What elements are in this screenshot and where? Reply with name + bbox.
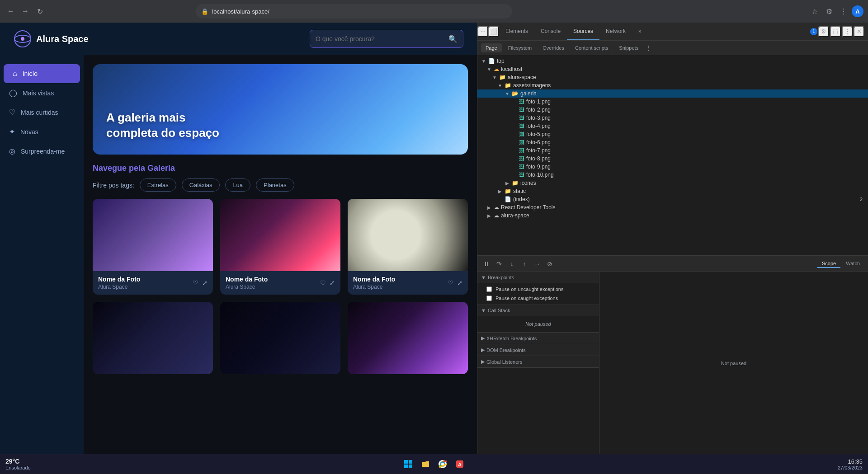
- step-over-button[interactable]: ↷: [494, 258, 505, 269]
- tree-foto-3[interactable]: ▶ 🖼 foto-3.png: [477, 114, 868, 122]
- subtab-overrides[interactable]: Overrides: [538, 43, 569, 52]
- call-stack-header[interactable]: ▼ Call Stack: [477, 305, 599, 316]
- photo-card-6[interactable]: [348, 302, 468, 374]
- photo-info-1: Nome da Foto Alura Space ♡ ⤢: [93, 271, 213, 295]
- pause-uncaught-option[interactable]: Pause on uncaught exceptions: [477, 285, 599, 294]
- photo-card-3[interactable]: Nome da Foto Alura Space ♡ ⤢: [348, 199, 468, 295]
- close-devtools-icon[interactable]: ✕: [854, 26, 864, 37]
- expand-icon-1[interactable]: ⤢: [202, 279, 208, 286]
- dom-breakpoints-header[interactable]: ▶ DOM Breakpoints: [477, 344, 599, 356]
- scope-tab[interactable]: Scope: [817, 260, 840, 268]
- chrome-button[interactable]: [435, 457, 450, 471]
- pause-caught-checkbox[interactable]: [486, 296, 492, 301]
- pause-button[interactable]: ⏸: [481, 258, 492, 269]
- xhr-breakpoints-header[interactable]: ▶ XHR/fetch Breakpoints: [477, 333, 599, 344]
- more-icon[interactable]: ⋮: [842, 26, 853, 37]
- expand-icon-2[interactable]: ⤢: [330, 279, 335, 286]
- filter-lua[interactable]: Lua: [225, 178, 250, 192]
- call-stack-label: Call Stack: [488, 308, 510, 313]
- tab-more[interactable]: »: [632, 23, 648, 40]
- subtab-page[interactable]: Page: [481, 43, 502, 52]
- tree-alura-space2[interactable]: ▶ ☁ alura-space: [477, 211, 868, 220]
- tab-console[interactable]: Console: [534, 23, 567, 40]
- reload-button[interactable]: ↻: [33, 5, 46, 18]
- tree-icones[interactable]: ▶ 📁 icones: [477, 179, 868, 187]
- back-button[interactable]: ←: [5, 5, 17, 18]
- like-icon-1[interactable]: ♡: [193, 279, 198, 286]
- tree-react-dev-tools[interactable]: ▶ ☁ React Developer Tools: [477, 203, 868, 211]
- filter-estrelas[interactable]: Estrelas: [140, 178, 176, 192]
- sidebar-item-novas[interactable]: ✦ Novas: [0, 122, 84, 141]
- app-button[interactable]: A: [453, 457, 467, 471]
- step-button[interactable]: →: [532, 258, 542, 269]
- tree-foto-8[interactable]: ▶ 🖼 foto-8.png: [477, 155, 868, 163]
- home-icon: ⌂: [13, 70, 17, 78]
- file-foto7-icon: 🖼: [519, 147, 524, 154]
- sidebar-item-inicio[interactable]: ⌂ Inicío: [4, 64, 80, 83]
- tab-elements[interactable]: Elements: [499, 23, 534, 40]
- tree-assets-imagens[interactable]: ▼ 📁 assets/imagens: [477, 81, 868, 89]
- profile-button[interactable]: A: [852, 5, 863, 17]
- sidebar-item-mais-curtidas[interactable]: ♡ Mais curtidas: [0, 103, 84, 122]
- tree-galeria[interactable]: ▼ 📂 galeria: [477, 89, 868, 98]
- files-button[interactable]: [418, 457, 433, 471]
- tree-foto-1[interactable]: ▶ 🖼 foto-1.png: [477, 98, 868, 106]
- watch-tab[interactable]: Watch: [841, 260, 864, 268]
- subtab-snippets[interactable]: Snippets: [614, 43, 643, 52]
- photo-card-1[interactable]: Nome da Foto Alura Space ♡ ⤢: [93, 199, 213, 295]
- step-into-button[interactable]: ↓: [506, 258, 517, 269]
- filter-galaxias[interactable]: Galáxias: [182, 178, 220, 192]
- breakpoints-header[interactable]: ▼ Breakpoints: [477, 272, 599, 283]
- tree-foto-5[interactable]: ▶ 🖼 foto-5.png: [477, 130, 868, 138]
- subtab-content-scripts[interactable]: Content scripts: [571, 43, 613, 52]
- sidebar-item-mais-vistas[interactable]: ◯ Mais vistas: [0, 83, 84, 103]
- forward-button[interactable]: →: [19, 5, 32, 18]
- tree-foto-9[interactable]: ▶ 🖼 foto-9.png: [477, 163, 868, 171]
- global-label: Global Listeners: [486, 359, 523, 365]
- tab-network[interactable]: Network: [599, 23, 632, 40]
- tree-index[interactable]: ▶ 📄 (index) 2: [477, 195, 868, 203]
- photo-card-4[interactable]: [93, 302, 213, 374]
- tree-arrow-assets: ▼: [497, 83, 503, 88]
- tree-top[interactable]: ▼ 📄 top: [477, 57, 868, 65]
- call-stack-section: ▼ Call Stack Not paused: [477, 305, 599, 333]
- file-foto4-icon: 🖼: [519, 123, 524, 129]
- tree-alura-space[interactable]: ▼ 📁 alura-space: [477, 73, 868, 81]
- more-button[interactable]: ⋮: [837, 5, 850, 18]
- devtools-select-icon[interactable]: ⊹: [477, 26, 488, 37]
- like-icon-3[interactable]: ♡: [448, 279, 453, 286]
- tree-localhost[interactable]: ▼ ☁ localhost: [477, 65, 868, 73]
- start-button[interactable]: [401, 457, 415, 471]
- photo-card-2[interactable]: Nome da Foto Alura Space ♡ ⤢: [220, 199, 340, 295]
- tree-foto-2[interactable]: ▶ 🖼 foto-2.png: [477, 106, 868, 114]
- tree-foto-7[interactable]: ▶ 🖼 foto-7.png: [477, 146, 868, 155]
- tree-foto-10[interactable]: ▶ 🖼 foto-10.png: [477, 171, 868, 179]
- deactivate-button[interactable]: ⊘: [544, 258, 555, 269]
- filter-planetas[interactable]: Planetas: [256, 178, 294, 192]
- like-icon-2[interactable]: ♡: [320, 279, 326, 286]
- pause-caught-option[interactable]: Pause on caught exceptions: [477, 294, 599, 303]
- photo-card-5[interactable]: [220, 302, 340, 374]
- expand-icon-3[interactable]: ⤢: [457, 279, 462, 286]
- tab-sources[interactable]: Sources: [567, 23, 599, 40]
- dock-icon[interactable]: ⬚: [830, 26, 841, 37]
- subtab-more[interactable]: ⋮: [646, 44, 651, 51]
- bookmark-button[interactable]: ☆: [808, 5, 821, 18]
- step-out-button[interactable]: ↑: [519, 258, 530, 269]
- photo-grid: Nome da Foto Alura Space ♡ ⤢: [93, 199, 468, 374]
- global-listeners-header[interactable]: ▶ Global Listeners: [477, 356, 599, 367]
- search-bar[interactable]: 🔍: [310, 30, 463, 48]
- tree-static[interactable]: ▶ 📁 static: [477, 187, 868, 195]
- sidebar-item-surpreenda[interactable]: ◎ Surpreenda-me: [0, 141, 84, 161]
- subtab-filesystem[interactable]: Filesystem: [504, 43, 537, 52]
- settings-icon[interactable]: ⚙: [818, 26, 829, 37]
- search-input[interactable]: [316, 35, 445, 42]
- error-badge: 1: [810, 28, 817, 35]
- tree-foto3-label: foto-3.png: [526, 115, 551, 121]
- tree-foto-4[interactable]: ▶ 🖼 foto-4.png: [477, 122, 868, 130]
- tree-foto-6[interactable]: ▶ 🖼 foto-6.png: [477, 138, 868, 146]
- extension-button[interactable]: ⚙: [823, 5, 835, 18]
- pause-uncaught-checkbox[interactable]: [486, 286, 492, 292]
- devtools-device-icon[interactable]: ⬜: [488, 26, 499, 37]
- address-bar[interactable]: 🔒 localhost/alura-space/: [196, 4, 512, 19]
